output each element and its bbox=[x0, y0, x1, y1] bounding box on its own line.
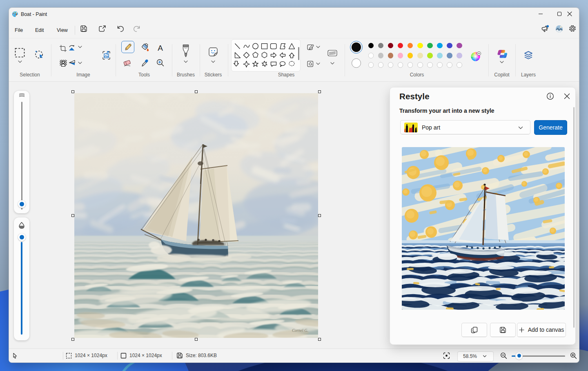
svg-text:A: A bbox=[158, 44, 163, 51]
svg-text:Cornel G.: Cornel G. bbox=[292, 328, 308, 333]
